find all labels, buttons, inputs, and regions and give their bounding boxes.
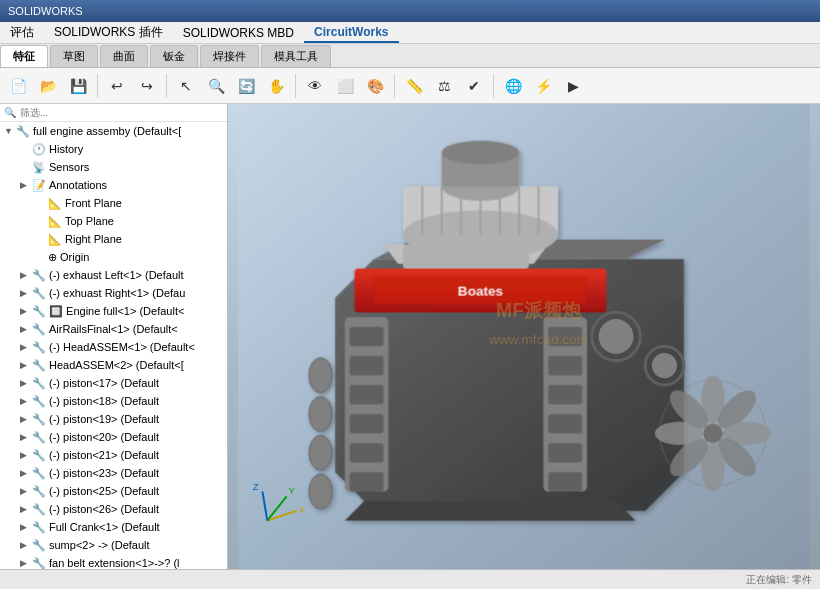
menu-sw-plugin[interactable]: SOLIDWORKS 插件: [44, 22, 173, 43]
tab-weld[interactable]: 焊接件: [200, 45, 259, 67]
tree-item-label: (-) piston<19> (Default: [49, 413, 159, 425]
tree-expand-arrow[interactable]: ▶: [20, 468, 32, 478]
tree-item-icon: 🔧: [32, 359, 46, 372]
tree-expand-arrow[interactable]: ▶: [20, 180, 32, 190]
svg-text:Boates: Boates: [458, 284, 503, 299]
tab-sheet[interactable]: 钣金: [150, 45, 198, 67]
tb-undo[interactable]: ↩: [103, 72, 131, 100]
tb-redo[interactable]: ↪: [133, 72, 161, 100]
status-edition: 正在编辑: 零件: [746, 573, 812, 587]
menu-circuitworks[interactable]: CircuitWorks: [304, 22, 398, 43]
tree-item[interactable]: ▶🔧HeadASSEM<2> (Default<[: [0, 356, 227, 374]
tree-item-icon: 🔧: [32, 269, 46, 282]
tree-item-label: fan belt extension<1>->? (l: [49, 557, 180, 569]
tb-check[interactable]: ✔: [460, 72, 488, 100]
tree-expand-arrow[interactable]: ▶: [20, 342, 32, 352]
tree-item-icon: 🔧: [32, 485, 46, 498]
viewport[interactable]: Boates: [228, 104, 820, 569]
tab-sketch[interactable]: 草图: [50, 45, 98, 67]
tree-item-label: (-) piston<17> (Default: [49, 377, 159, 389]
title-bar: SOLIDWORKS: [0, 0, 820, 22]
tree-item[interactable]: ▶🔧(-) piston<18> (Default: [0, 392, 227, 410]
tree-filter-input[interactable]: [20, 107, 223, 118]
tree-item[interactable]: ▶🔧(-) exhuast Right<1> (Defau: [0, 284, 227, 302]
tree-item-icon: 📡: [32, 161, 46, 174]
tree-expand-arrow[interactable]: ▶: [20, 540, 32, 550]
tb-display[interactable]: 🎨: [361, 72, 389, 100]
tree-item[interactable]: ▶🔧sump<2> -> (Default: [0, 536, 227, 554]
tree-expand-arrow[interactable]: ▶: [20, 486, 32, 496]
tree-item-label: sump<2> -> (Default: [49, 539, 150, 551]
tree-filter[interactable]: 🔍: [0, 104, 227, 122]
tree-item[interactable]: 📐Right Plane: [0, 230, 227, 248]
tree-expand-arrow[interactable]: ▶: [20, 270, 32, 280]
tree-expand-arrow[interactable]: ▶: [20, 288, 32, 298]
tb-motion[interactable]: ▶: [559, 72, 587, 100]
tree-item[interactable]: ▶🔧(-) piston<20> (Default: [0, 428, 227, 446]
app-title: SOLIDWORKS: [8, 5, 83, 17]
tree-item[interactable]: 📐Front Plane: [0, 194, 227, 212]
tree-item-icon: 📐: [48, 215, 62, 228]
tree-item-icon: 🕐: [32, 143, 46, 156]
tree-item-label: Full Crank<1> (Default: [49, 521, 160, 533]
tree-item-label: Front Plane: [65, 197, 122, 209]
tree-item-label: (-) piston<18> (Default: [49, 395, 159, 407]
tree-item[interactable]: ▶📝Annotations: [0, 176, 227, 194]
tb-sep1: [97, 74, 98, 98]
tree-item[interactable]: ▶🔧(-) piston<21> (Default: [0, 446, 227, 464]
tree-item[interactable]: ▶🔧(-) piston<17> (Default: [0, 374, 227, 392]
tb-rotate[interactable]: 🔄: [232, 72, 260, 100]
tree-item[interactable]: 📐Top Plane: [0, 212, 227, 230]
tree-expand-arrow[interactable]: ▶: [20, 432, 32, 442]
tb-select[interactable]: ↖: [172, 72, 200, 100]
svg-rect-10: [350, 385, 384, 404]
tb-measure[interactable]: 📏: [400, 72, 428, 100]
tree-expand-arrow[interactable]: ▶: [20, 522, 32, 532]
tree-item[interactable]: ▶🔧(-) exhaust Left<1> (Default: [0, 266, 227, 284]
tree-item[interactable]: ▶🔧(-) piston<26> (Default: [0, 500, 227, 518]
svg-rect-19: [548, 443, 582, 462]
tree-item[interactable]: ▶🔧fan belt extension<1>->? (l: [0, 554, 227, 569]
tb-save[interactable]: 💾: [64, 72, 92, 100]
tree-item[interactable]: ▶🔧(-) piston<23> (Default: [0, 464, 227, 482]
tb-view[interactable]: 👁: [301, 72, 329, 100]
tb-section[interactable]: ⬜: [331, 72, 359, 100]
menu-sw-mbd[interactable]: SOLIDWORKS MBD: [173, 22, 304, 43]
tree-item[interactable]: ⊕Origin: [0, 248, 227, 266]
tree-item-icon: 🔧: [32, 521, 46, 534]
tree-expand-arrow[interactable]: ▶: [20, 306, 32, 316]
tree-item[interactable]: ▶🔧Full Crank<1> (Default: [0, 518, 227, 536]
tab-features[interactable]: 特征: [0, 45, 48, 67]
tb-render[interactable]: 🌐: [499, 72, 527, 100]
tree-item[interactable]: 🕐History: [0, 140, 227, 158]
tree-expand-arrow[interactable]: ▶: [20, 396, 32, 406]
tree-root[interactable]: ▼ 🔧 full engine assemby (Default<[: [0, 122, 227, 140]
tb-sim[interactable]: ⚡: [529, 72, 557, 100]
tb-new[interactable]: 📄: [4, 72, 32, 100]
tree-expand-arrow[interactable]: ▶: [20, 558, 32, 568]
tb-sep5: [493, 74, 494, 98]
tb-pan[interactable]: ✋: [262, 72, 290, 100]
tree-item-icon: 🔧: [32, 413, 46, 426]
tree-item[interactable]: ▶🔧(-) piston<25> (Default: [0, 482, 227, 500]
tree-expand-arrow[interactable]: ▶: [20, 414, 32, 424]
tree-item[interactable]: ▶🔧🔲 Engine full<1> (Default<: [0, 302, 227, 320]
tree-item[interactable]: 📡Sensors: [0, 158, 227, 176]
tree-expand-arrow[interactable]: ▶: [20, 324, 32, 334]
menu-evaluate[interactable]: 评估: [0, 22, 44, 43]
tb-open[interactable]: 📂: [34, 72, 62, 100]
tree-item[interactable]: ▶🔧(-) piston<19> (Default: [0, 410, 227, 428]
tree-item[interactable]: ▶🔧(-) HeadASSEM<1> (Default<: [0, 338, 227, 356]
svg-rect-18: [548, 414, 582, 433]
tree-expand-arrow[interactable]: ▶: [20, 504, 32, 514]
tree-item[interactable]: ▶🔧AirRailsFinal<1> (Default<: [0, 320, 227, 338]
tb-mass[interactable]: ⚖: [430, 72, 458, 100]
tab-mold[interactable]: 模具工具: [261, 45, 331, 67]
tree-expand-arrow[interactable]: ▶: [20, 378, 32, 388]
tree-expand-arrow[interactable]: ▶: [20, 450, 32, 460]
tb-zoom[interactable]: 🔍: [202, 72, 230, 100]
tree-expand-arrow[interactable]: ▶: [20, 360, 32, 370]
tree-root-label: full engine assemby (Default<[: [33, 125, 181, 137]
tab-surface[interactable]: 曲面: [100, 45, 148, 67]
left-panel[interactable]: 🔍 ▼ 🔧 full engine assemby (Default<[ 🕐Hi…: [0, 104, 228, 569]
